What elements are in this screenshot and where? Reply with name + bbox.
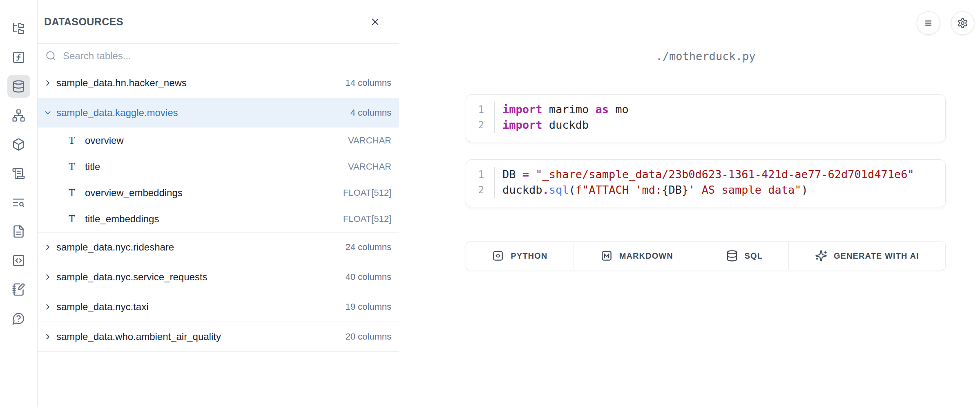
gear-icon bbox=[957, 18, 968, 29]
menu-icon bbox=[923, 18, 934, 29]
helper-panel-rail bbox=[0, 0, 38, 407]
search-icon bbox=[45, 50, 56, 61]
notebook-content: ./motherduck.py 1 2 import marimo as mo … bbox=[466, 50, 946, 270]
line-number: 1 bbox=[466, 102, 484, 117]
documentation-file-icon[interactable] bbox=[7, 220, 30, 243]
sparkles-icon bbox=[815, 250, 827, 262]
type-text-icon: T bbox=[67, 187, 77, 199]
line-number: 2 bbox=[466, 117, 484, 133]
code-line: DB = "_share/sample_data/23b0d623-1361-4… bbox=[502, 167, 945, 182]
code-editor[interactable]: import marimo as mo import duckdb bbox=[494, 102, 945, 133]
search-tables-row bbox=[38, 44, 399, 68]
logs-scroll-icon[interactable] bbox=[7, 162, 30, 185]
datasources-panel: DATASOURCES sample_data.hn.hacker_news 1… bbox=[38, 0, 399, 407]
scratchpad-notebook-pen-icon[interactable] bbox=[7, 278, 30, 301]
dependencies-network-icon[interactable] bbox=[7, 104, 30, 127]
code-cell[interactable]: 1 2 import marimo as mo import duckdb bbox=[466, 94, 946, 142]
settings-button[interactable] bbox=[951, 11, 974, 35]
column-type: VARCHAR bbox=[348, 161, 391, 172]
code-line: import marimo as mo bbox=[502, 102, 945, 117]
column-count: 40 columns bbox=[345, 272, 391, 282]
add-python-label: PYTHON bbox=[511, 251, 547, 261]
table-name: sample_data.who.ambient_air_quality bbox=[56, 331, 221, 342]
line-numbers: 1 2 bbox=[466, 167, 494, 198]
table-row[interactable]: sample_data.hn.hacker_news 14 columns bbox=[38, 68, 399, 98]
chevron-right-icon bbox=[43, 243, 52, 252]
file-explorer-icon[interactable] bbox=[7, 17, 30, 40]
app-window: DATASOURCES sample_data.hn.hacker_news 1… bbox=[0, 0, 980, 407]
table-name: sample_data.hn.hacker_news bbox=[56, 77, 187, 89]
chevron-down-icon bbox=[43, 108, 52, 117]
snippets-code-square-icon[interactable] bbox=[7, 249, 30, 272]
column-count: 4 columns bbox=[350, 107, 391, 118]
line-number: 1 bbox=[466, 167, 484, 182]
column-type: FLOAT[512] bbox=[343, 214, 391, 224]
generate-with-ai-label: GENERATE WITH AI bbox=[834, 251, 919, 261]
column-count: 20 columns bbox=[345, 331, 391, 342]
variables-function-icon[interactable] bbox=[7, 46, 30, 69]
line-numbers: 1 2 bbox=[466, 102, 494, 133]
column-name: overview_embeddings bbox=[85, 187, 183, 199]
tables-list: sample_data.hn.hacker_news 14 columns sa… bbox=[38, 68, 399, 352]
panel-title: DATASOURCES bbox=[44, 16, 123, 28]
notebook-filename[interactable]: ./motherduck.py bbox=[466, 50, 946, 63]
code-line: duckdb.sql(f"ATTACH 'md:{DB}' AS sample_… bbox=[502, 182, 945, 198]
type-text-icon: T bbox=[67, 134, 77, 147]
close-icon bbox=[370, 16, 381, 27]
column-row[interactable]: T title_embeddings FLOAT[512] bbox=[38, 206, 399, 232]
add-cell-bar: PYTHON MARKDOWN SQL GENERATE WITH AI bbox=[466, 242, 946, 270]
notebook-actions bbox=[917, 11, 974, 35]
table-row[interactable]: sample_data.nyc.taxi 19 columns bbox=[38, 292, 399, 322]
table-row[interactable]: sample_data.nyc.service_requests 40 colu… bbox=[38, 262, 399, 292]
table-row[interactable]: sample_data.who.ambient_air_quality 20 c… bbox=[38, 322, 399, 351]
column-row[interactable]: T overview VARCHAR bbox=[38, 127, 399, 154]
chevron-right-icon bbox=[43, 273, 52, 282]
search-tables-input[interactable] bbox=[63, 50, 399, 62]
column-row[interactable]: T overview_embeddings FLOAT[512] bbox=[38, 180, 399, 206]
datasources-database-icon[interactable] bbox=[7, 75, 30, 98]
chevron-right-icon bbox=[43, 302, 52, 311]
notebook-menu-button[interactable] bbox=[917, 11, 940, 35]
add-markdown-label: MARKDOWN bbox=[619, 251, 673, 261]
column-row[interactable]: T title VARCHAR bbox=[38, 154, 399, 180]
chevron-right-icon bbox=[43, 332, 52, 341]
markdown-icon bbox=[601, 250, 613, 262]
type-text-icon: T bbox=[67, 213, 77, 225]
column-name: title_embeddings bbox=[85, 213, 159, 225]
chevron-right-icon bbox=[43, 78, 52, 87]
column-count: 14 columns bbox=[345, 78, 391, 88]
add-python-cell-button[interactable]: PYTHON bbox=[466, 242, 574, 270]
datasources-panel-header: DATASOURCES bbox=[38, 0, 399, 44]
code-editor[interactable]: DB = "_share/sample_data/23b0d623-1361-4… bbox=[494, 167, 945, 198]
type-text-icon: T bbox=[67, 161, 77, 173]
help-chat-question-icon[interactable] bbox=[7, 307, 30, 330]
add-sql-label: SQL bbox=[745, 251, 763, 261]
code-square-icon bbox=[492, 250, 504, 262]
table-name: sample_data.kaggle.movies bbox=[56, 107, 178, 119]
table-row[interactable]: sample_data.nyc.rideshare 24 columns bbox=[38, 233, 399, 262]
column-count: 24 columns bbox=[345, 242, 391, 253]
database-icon bbox=[726, 250, 738, 262]
column-count: 19 columns bbox=[345, 302, 391, 312]
table-name: sample_data.nyc.service_requests bbox=[56, 271, 208, 283]
line-number: 2 bbox=[466, 182, 484, 198]
table-name: sample_data.nyc.rideshare bbox=[56, 242, 174, 253]
tracing-list-search-icon[interactable] bbox=[7, 191, 30, 214]
generate-with-ai-button[interactable]: GENERATE WITH AI bbox=[789, 242, 945, 270]
column-type: VARCHAR bbox=[348, 135, 391, 146]
notebook-area: ./motherduck.py 1 2 import marimo as mo … bbox=[399, 0, 980, 407]
close-panel-button[interactable] bbox=[366, 13, 384, 31]
add-sql-cell-button[interactable]: SQL bbox=[700, 242, 789, 270]
add-markdown-cell-button[interactable]: MARKDOWN bbox=[574, 242, 700, 270]
code-cell[interactable]: 1 2 DB = "_share/sample_data/23b0d623-13… bbox=[466, 159, 946, 207]
code-line: import duckdb bbox=[502, 117, 945, 133]
table-name: sample_data.nyc.taxi bbox=[56, 301, 148, 313]
column-type: FLOAT[512] bbox=[343, 188, 391, 198]
packages-box-icon[interactable] bbox=[7, 133, 30, 156]
column-name: title bbox=[85, 161, 100, 172]
table-row-selected[interactable]: sample_data.kaggle.movies 4 columns bbox=[38, 98, 399, 127]
column-name: overview bbox=[85, 135, 124, 146]
